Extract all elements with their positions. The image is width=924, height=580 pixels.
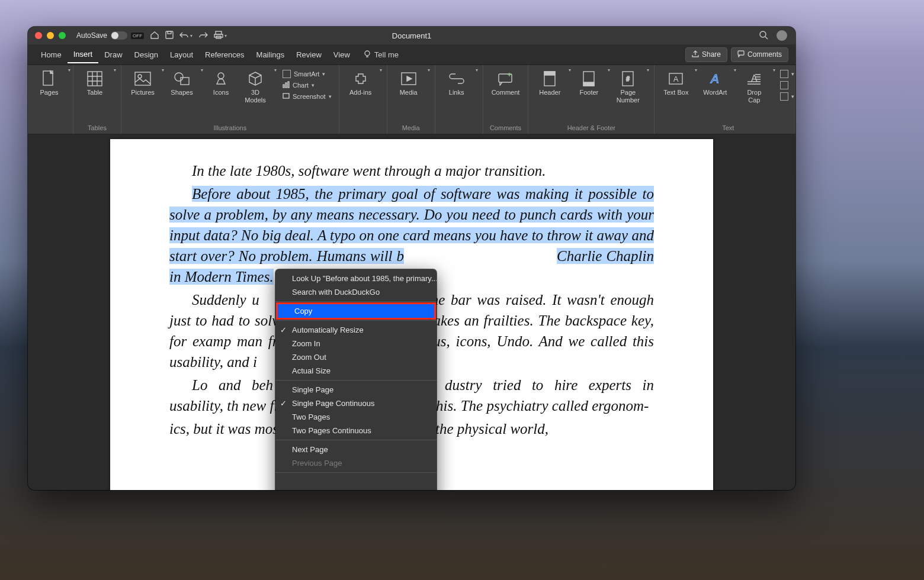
smartart-button[interactable]: SmartArt▾ [280, 69, 334, 79]
ctx-take-photo[interactable]: Take Photo [275, 488, 437, 490]
header-button[interactable]: Header [533, 67, 566, 99]
pictures-dropdown[interactable]: ▾ [162, 67, 164, 73]
doc-fragment: Suddenly u [192, 292, 259, 308]
footer-dropdown[interactable]: ▾ [608, 67, 610, 73]
maximize-window[interactable] [59, 32, 66, 39]
ctx-separator [275, 301, 437, 302]
table-button[interactable]: Table [78, 67, 111, 99]
chart-button[interactable]: Chart▾ [280, 80, 334, 91]
ctx-zoom-out[interactable]: Zoom Out [275, 350, 437, 364]
share-button[interactable]: Share [685, 47, 727, 62]
ctx-auto-resize[interactable]: ✓Automatically Resize [275, 323, 437, 337]
object-icon [780, 92, 788, 101]
drop-cap-button[interactable]: A Drop Cap [737, 67, 771, 106]
ctx-two-pages-continuous[interactable]: Two Pages Continuous [275, 424, 437, 437]
drop-cap-dropdown[interactable]: ▾ [773, 67, 775, 73]
autosave-control[interactable]: AutoSave OFF [76, 31, 144, 40]
svg-rect-13 [181, 78, 189, 85]
text-box-button[interactable]: A Text Box [659, 67, 692, 99]
3d-models-button[interactable]: 3D Models [239, 67, 272, 106]
print-icon[interactable] [214, 31, 223, 41]
titlebar: AutoSave OFF ▾ ▾ Document1 [28, 27, 795, 44]
tell-me[interactable]: Tell me [363, 50, 399, 60]
window-controls [28, 32, 66, 39]
ribbon-tabs: Home Insert Draw Design Layout Reference… [28, 44, 795, 65]
ctx-actual-size[interactable]: Actual Size [275, 364, 437, 378]
text-box-dropdown[interactable]: ▾ [695, 67, 697, 73]
tab-design[interactable]: Design [129, 47, 164, 63]
ctx-zoom-in[interactable]: Zoom In [275, 337, 437, 350]
wordart-button[interactable]: A WordArt [698, 67, 732, 99]
quick-access-dropdown[interactable]: ▾ [224, 33, 227, 38]
svg-rect-9 [88, 72, 102, 86]
tell-me-label: Tell me [374, 50, 399, 59]
comments-button[interactable]: Comments [731, 47, 788, 62]
signature-line-button[interactable]: ▾ [778, 69, 795, 79]
page-number-button[interactable]: # Page Number [611, 67, 644, 106]
minimize-window[interactable] [47, 32, 54, 39]
undo-dropdown[interactable]: ▾ [190, 33, 192, 38]
user-avatar[interactable] [777, 30, 787, 41]
shapes-button[interactable]: Shapes [165, 67, 198, 99]
page-number-dropdown[interactable]: ▾ [647, 67, 649, 73]
home-icon[interactable] [150, 30, 159, 41]
text-group-label: Text [659, 124, 795, 133]
text-box-icon: A [667, 70, 685, 88]
screenshot-button[interactable]: Screenshot▾ [280, 91, 334, 102]
svg-text:A: A [711, 72, 719, 85]
ctx-single-page-continuous[interactable]: ✓Single Page Continuous [275, 397, 437, 410]
svg-rect-15 [283, 85, 284, 88]
3d-models-dropdown[interactable]: ▾ [274, 67, 277, 73]
search-icon[interactable] [759, 30, 768, 41]
ctx-next-page[interactable]: Next Page [275, 443, 437, 456]
header-icon [541, 70, 559, 88]
tab-layout[interactable]: Layout [164, 47, 199, 63]
addins-dropdown[interactable]: ▾ [380, 67, 382, 73]
wordart-dropdown[interactable]: ▾ [734, 67, 736, 73]
icons-button[interactable]: Icons [204, 67, 238, 99]
tab-view[interactable]: View [328, 47, 356, 63]
smartart-icon [283, 70, 291, 78]
ctx-look-up[interactable]: Look Up "Before about 1985, the primary.… [275, 272, 437, 285]
ctx-search[interactable]: Search with DuckDuckGo [275, 285, 437, 299]
svg-rect-22 [544, 72, 555, 75]
media-icon [400, 70, 418, 88]
links-button[interactable]: Links [440, 67, 473, 99]
shapes-dropdown[interactable]: ▾ [201, 67, 203, 73]
save-icon[interactable] [165, 31, 174, 41]
addins-icon [352, 70, 370, 88]
svg-point-6 [365, 51, 370, 56]
tab-draw[interactable]: Draw [98, 47, 128, 63]
footer-button[interactable]: Footer [572, 67, 605, 99]
svg-point-12 [175, 73, 183, 81]
undo-icon[interactable] [179, 31, 189, 41]
comment-button[interactable]: Comment [488, 67, 524, 99]
pages-button[interactable]: Pages [33, 67, 66, 99]
tab-review[interactable]: Review [290, 47, 328, 63]
pictures-button[interactable]: Pictures [126, 67, 159, 99]
media-dropdown[interactable]: ▾ [428, 67, 430, 73]
close-window[interactable] [35, 32, 42, 39]
addins-button[interactable]: Add-ins [344, 67, 377, 99]
header-dropdown[interactable]: ▾ [569, 67, 571, 73]
autosave-toggle[interactable] [111, 31, 127, 40]
redo-icon[interactable] [198, 31, 208, 41]
date-time-button[interactable] [778, 80, 795, 91]
object-button[interactable]: ▾ [778, 91, 795, 102]
tab-references[interactable]: References [199, 47, 250, 63]
tab-insert[interactable]: Insert [68, 46, 99, 63]
links-dropdown[interactable]: ▾ [476, 67, 478, 73]
ctx-previous-page: Previous Page [275, 456, 437, 470]
ctx-two-pages[interactable]: Two Pages [275, 410, 437, 424]
wordart-icon: A [706, 70, 724, 88]
table-dropdown[interactable]: ▾ [114, 67, 116, 73]
media-button[interactable]: Media [392, 67, 425, 99]
pages-dropdown[interactable]: ▾ [68, 67, 70, 73]
svg-rect-20 [499, 74, 512, 82]
shapes-icon [173, 70, 191, 88]
tab-home[interactable]: Home [35, 47, 68, 63]
tab-mailings[interactable]: Mailings [251, 47, 291, 63]
header-footer-group-label: Header & Footer [533, 124, 649, 133]
ctx-copy[interactable]: Copy [278, 304, 434, 318]
ctx-single-page[interactable]: Single Page [275, 383, 437, 397]
